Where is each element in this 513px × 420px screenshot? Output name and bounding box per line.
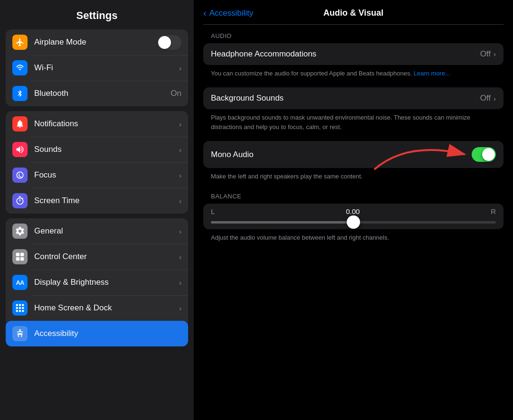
background-sounds-row[interactable]: Background Sounds Off › <box>203 87 504 109</box>
controlcenter-chevron: › <box>179 253 181 261</box>
sidebar-section-alerts: Notifications › Sounds › Focus › <box>6 111 188 214</box>
bluetooth-icon <box>12 86 28 101</box>
svg-rect-12 <box>22 310 24 312</box>
headphone-accommodations-label: Headphone Accommodations <box>211 49 480 59</box>
screen-time-label: Screen Time <box>34 196 179 205</box>
balance-description: Adjust the audio volume balance between … <box>203 229 504 244</box>
airplane-icon <box>12 35 28 50</box>
svg-rect-3 <box>20 257 24 261</box>
sidebar-item-sounds[interactable]: Sounds › <box>6 137 188 162</box>
headphone-accommodations-group: Headphone Accommodations Off › <box>203 43 504 65</box>
display-brightness-chevron: › <box>179 279 181 287</box>
svg-rect-1 <box>20 253 24 256</box>
bluetooth-label: Bluetooth <box>34 89 171 98</box>
svg-rect-8 <box>19 307 21 309</box>
svg-rect-5 <box>19 304 21 306</box>
sidebar-item-notifications[interactable]: Notifications › <box>6 111 188 137</box>
right-panel: ‹ Accessibility Audio & Visual AUDIO Hea… <box>194 0 513 420</box>
learn-more-link[interactable]: Learn more... <box>414 70 450 77</box>
focus-chevron: › <box>179 171 181 179</box>
svg-rect-11 <box>19 310 21 312</box>
notifications-label: Notifications <box>34 119 179 129</box>
homescreen-chevron: › <box>179 304 181 312</box>
mono-audio-toggle-thumb <box>482 148 495 161</box>
background-sounds-value: Off <box>480 93 491 103</box>
display-brightness-label: Display & Brightness <box>34 278 179 287</box>
sidebar-item-control-center[interactable]: Control Center › <box>6 244 188 270</box>
general-icon <box>12 224 28 239</box>
right-panel-header: ‹ Accessibility Audio & Visual <box>194 0 513 24</box>
sidebar-item-home-screen[interactable]: Home Screen & Dock › <box>6 295 188 321</box>
balance-slider-thumb[interactable] <box>347 215 360 229</box>
back-button[interactable]: ‹ Accessibility <box>203 8 253 19</box>
sounds-chevron: › <box>179 146 181 154</box>
mono-audio-toggle[interactable] <box>472 147 496 162</box>
airplane-mode-toggle[interactable] <box>157 35 181 50</box>
general-label: General <box>34 226 179 236</box>
balance-label-l: L <box>211 207 215 215</box>
right-content: AUDIO Headphone Accommodations Off › You… <box>194 25 513 254</box>
sidebar: Settings Airplane Mode Wi-Fi › <box>0 0 194 420</box>
svg-rect-4 <box>16 304 18 306</box>
balance-slider-container <box>203 219 504 229</box>
headphone-accommodations-value: Off <box>480 49 491 59</box>
sidebar-item-display-brightness[interactable]: AA Display & Brightness › <box>6 270 188 295</box>
balance-slider-fill <box>211 221 353 224</box>
svg-rect-10 <box>16 310 18 312</box>
controlcenter-icon <box>12 249 28 264</box>
accessibility-label: Accessibility <box>34 329 181 338</box>
sidebar-item-wifi[interactable]: Wi-Fi › <box>6 55 188 81</box>
wifi-label: Wi-Fi <box>34 63 179 73</box>
balance-section-label: BALANCE <box>211 193 504 200</box>
mono-audio-description: Make the left and right speakers play th… <box>203 168 504 183</box>
sidebar-section-connectivity: Airplane Mode Wi-Fi › Bluetooth On <box>6 29 188 106</box>
balance-value: 0.00 <box>346 207 360 215</box>
mono-audio-label: Mono Audio <box>211 150 472 159</box>
airplane-mode-label: Airplane Mode <box>34 37 157 47</box>
sounds-label: Sounds <box>34 145 179 154</box>
mono-audio-group: Mono Audio <box>203 141 504 168</box>
headphone-accommodations-row[interactable]: Headphone Accommodations Off › <box>203 43 504 65</box>
headphone-accommodations-chevron: › <box>494 50 496 58</box>
home-screen-label: Home Screen & Dock <box>34 303 179 313</box>
screentime-chevron: › <box>179 197 181 205</box>
sidebar-item-airplane-mode[interactable]: Airplane Mode <box>6 29 188 55</box>
focus-label: Focus <box>34 170 179 180</box>
sidebar-item-screen-time[interactable]: Screen Time › <box>6 188 188 214</box>
bluetooth-value: On <box>171 89 181 98</box>
accessibility-icon <box>12 326 28 341</box>
control-center-label: Control Center <box>34 252 179 261</box>
screentime-icon <box>12 193 28 208</box>
svg-rect-2 <box>16 257 19 261</box>
general-chevron: › <box>179 227 181 235</box>
sidebar-section-general: General › Control Center › AA Display & … <box>6 218 188 346</box>
sidebar-title: Settings <box>0 0 194 29</box>
svg-rect-6 <box>22 304 24 306</box>
homescreen-icon <box>12 300 28 316</box>
sounds-icon <box>12 142 28 157</box>
svg-point-13 <box>19 329 21 331</box>
notifications-icon <box>12 116 28 131</box>
svg-rect-0 <box>16 253 19 256</box>
background-sounds-description: Plays background sounds to mask unwanted… <box>203 109 504 133</box>
svg-rect-7 <box>16 307 18 309</box>
background-sounds-chevron: › <box>494 94 496 103</box>
sidebar-item-general[interactable]: General › <box>6 218 188 244</box>
back-chevron-icon: ‹ <box>203 8 207 19</box>
sidebar-item-bluetooth[interactable]: Bluetooth On <box>6 81 188 106</box>
background-sounds-label: Background Sounds <box>211 93 480 103</box>
displaybrightness-icon: AA <box>12 275 28 290</box>
balance-group: L 0.00 R <box>203 204 504 229</box>
balance-slider-track <box>211 221 496 224</box>
sidebar-item-accessibility[interactable]: Accessibility <box>6 321 188 346</box>
back-label: Accessibility <box>209 9 254 18</box>
svg-rect-9 <box>22 307 24 309</box>
panel-title: Audio & Visual <box>323 8 384 18</box>
background-sounds-group: Background Sounds Off › <box>203 87 504 109</box>
focus-icon <box>12 168 28 183</box>
mono-audio-row: Mono Audio <box>203 141 504 168</box>
balance-label-r: R <box>491 207 496 215</box>
sidebar-item-focus[interactable]: Focus › <box>6 162 188 188</box>
notifications-chevron: › <box>179 120 181 128</box>
wifi-chevron: › <box>179 64 181 72</box>
